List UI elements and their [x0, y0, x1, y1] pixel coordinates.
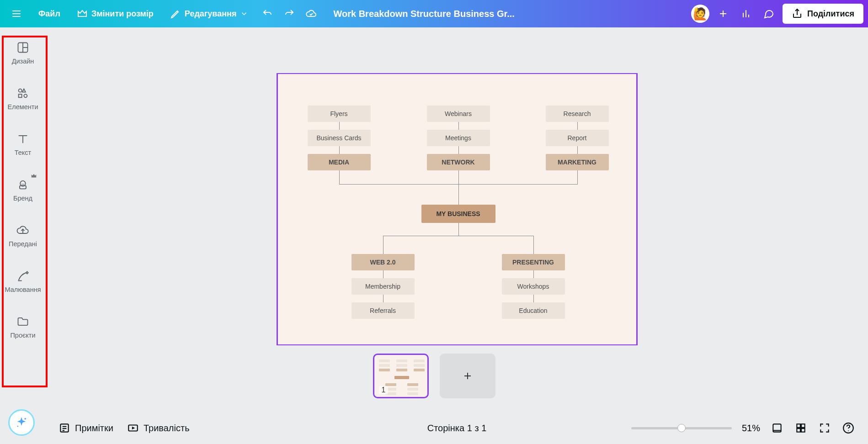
resize-menu[interactable]: Змінити розмір — [70, 5, 160, 23]
node-presenting[interactable]: PRESENTING — [502, 254, 565, 270]
connector — [458, 184, 459, 205]
chevron-down-icon — [240, 10, 248, 18]
undo-button[interactable] — [258, 5, 277, 23]
node-flyers[interactable]: Flyers — [308, 106, 371, 122]
node-business-cards[interactable]: Business Cards — [308, 130, 371, 146]
edit-label: Редагування — [185, 9, 237, 19]
node-research[interactable]: Research — [546, 106, 609, 122]
add-member-button[interactable] — [714, 5, 732, 23]
cloud-sync-button[interactable] — [302, 5, 320, 23]
zoom-slider-thumb[interactable] — [677, 424, 686, 432]
svg-marker-31 — [132, 427, 135, 430]
bottom-right: 51% — [631, 421, 855, 435]
plus-icon — [718, 8, 729, 19]
connector — [383, 236, 534, 236]
connector — [577, 122, 578, 130]
magic-button[interactable] — [8, 409, 35, 436]
sidebar-item-text[interactable]: Текст — [2, 122, 43, 167]
insights-button[interactable] — [737, 5, 755, 23]
connector — [458, 170, 459, 184]
svg-rect-36 — [797, 428, 800, 432]
page-view-button[interactable] — [770, 421, 784, 435]
sidebar: Дизайн Елементи Текст co Бренд Передані … — [0, 27, 46, 444]
connector — [533, 236, 534, 254]
sidebar-item-label: Елементи — [8, 103, 38, 111]
add-page-button[interactable] — [440, 354, 495, 398]
projects-icon — [16, 315, 29, 328]
topbar: Файл Змінити розмір Редагування Work Bre… — [0, 0, 868, 27]
fullscreen-button[interactable] — [818, 421, 831, 435]
grid-icon — [795, 422, 807, 434]
hamburger-menu[interactable] — [5, 5, 28, 23]
connector — [533, 270, 534, 278]
page-indicator[interactable]: Сторінка 1 з 1 — [427, 423, 487, 433]
notes-label: Примітки — [75, 423, 113, 433]
edit-menu[interactable]: Редагування — [164, 5, 255, 23]
node-my-business[interactable]: MY BUSINESS — [421, 205, 495, 223]
share-button[interactable]: Поділитися — [783, 4, 863, 24]
connector — [339, 146, 340, 154]
svg-point-12 — [19, 89, 22, 92]
sidebar-item-draw[interactable]: Малювання — [2, 259, 43, 304]
plus-icon — [462, 370, 473, 381]
thumbnail-strip: 1 — [373, 354, 495, 398]
page-view-icon — [771, 422, 783, 434]
draw-icon — [16, 270, 29, 282]
sidebar-item-brand[interactable]: co Бренд — [2, 167, 43, 213]
node-marketing[interactable]: MARKETING — [546, 154, 609, 170]
sidebar-item-uploads[interactable]: Передані — [2, 213, 43, 259]
sparkle-icon — [15, 416, 28, 429]
svg-point-23 — [17, 426, 18, 427]
redo-icon — [284, 8, 295, 19]
zoom-slider[interactable] — [631, 427, 732, 429]
connector — [458, 146, 459, 154]
crown-badge-icon — [31, 173, 37, 179]
node-network[interactable]: NETWORK — [427, 154, 490, 170]
undo-icon — [262, 8, 273, 19]
zoom-percent[interactable]: 51% — [742, 423, 760, 433]
cloud-check-icon — [306, 8, 317, 19]
design-page[interactable]: Flyers Business Cards MEDIA Webinars Mee… — [277, 73, 638, 345]
file-menu[interactable]: Файл — [32, 5, 67, 22]
hamburger-icon — [11, 8, 22, 19]
node-workshops[interactable]: Workshops — [502, 278, 565, 295]
notes-icon — [59, 422, 70, 434]
text-icon — [16, 132, 29, 145]
bottom-left: Примітки Тривалість — [59, 422, 190, 434]
help-button[interactable] — [841, 421, 855, 435]
duration-icon — [127, 422, 139, 434]
node-webinars[interactable]: Webinars — [427, 106, 490, 122]
share-label: Поділитися — [807, 9, 854, 19]
node-web20[interactable]: WEB 2.0 — [351, 254, 415, 270]
notes-button[interactable]: Примітки — [59, 422, 113, 434]
node-meetings[interactable]: Meetings — [427, 130, 490, 146]
svg-text:co: co — [21, 183, 24, 185]
page-thumbnail[interactable]: 1 — [373, 354, 429, 398]
document-title[interactable]: Work Breakdown Structure Business Gr... — [333, 9, 534, 19]
node-report[interactable]: Report — [546, 130, 609, 146]
sidebar-item-projects[interactable]: Проєкти — [2, 304, 43, 350]
comment-button[interactable] — [760, 5, 778, 23]
grid-view-button[interactable] — [794, 421, 808, 435]
sidebar-item-design[interactable]: Дизайн — [2, 30, 43, 76]
node-education[interactable]: Education — [502, 302, 565, 319]
help-icon — [842, 422, 854, 434]
node-media[interactable]: MEDIA — [308, 154, 371, 170]
fullscreen-icon — [819, 422, 831, 434]
share-icon — [792, 8, 803, 19]
templates-icon — [16, 41, 29, 54]
connector — [339, 122, 340, 130]
svg-point-39 — [848, 430, 849, 431]
uploads-icon — [16, 224, 29, 237]
connector — [383, 236, 383, 254]
connector — [577, 146, 578, 154]
comment-icon — [763, 8, 774, 19]
node-referrals[interactable]: Referrals — [351, 302, 415, 319]
sidebar-item-label: Проєкти — [10, 332, 35, 339]
sidebar-item-elements[interactable]: Елементи — [2, 76, 43, 122]
redo-button[interactable] — [280, 5, 298, 23]
node-membership[interactable]: Membership — [351, 278, 415, 295]
avatar[interactable]: 🙋 — [691, 5, 709, 23]
sidebar-item-label: Передані — [9, 240, 37, 248]
duration-button[interactable]: Тривалість — [127, 422, 190, 434]
